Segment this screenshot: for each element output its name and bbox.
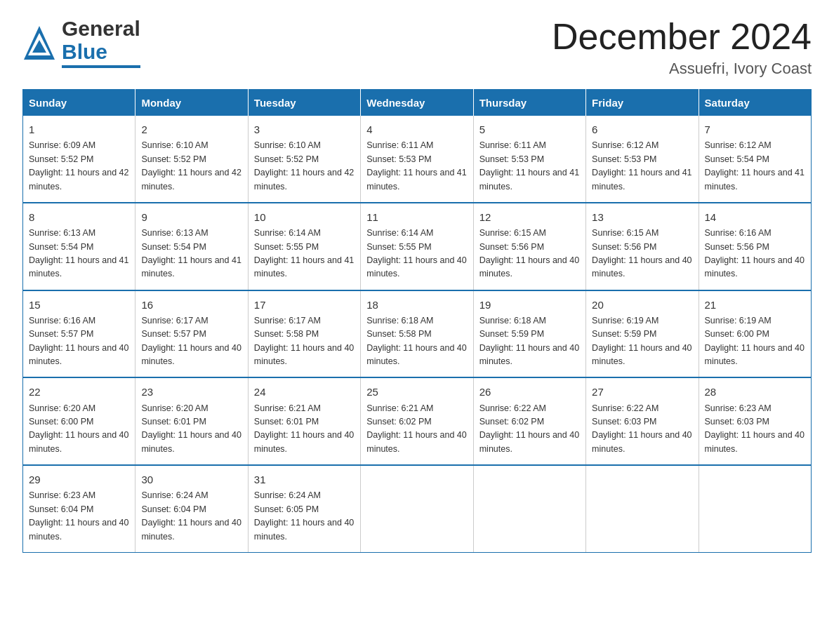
sunrise-text: Sunrise: 6:18 AM xyxy=(366,316,433,326)
table-row: 8Sunrise: 6:13 AMSunset: 5:54 PMDaylight… xyxy=(23,203,135,290)
calendar-week-row: 22Sunrise: 6:20 AMSunset: 6:00 PMDayligh… xyxy=(23,377,812,465)
day-number: 28 xyxy=(705,384,805,400)
day-number: 7 xyxy=(705,121,805,137)
sunset-text: Sunset: 6:02 PM xyxy=(479,417,544,427)
sunset-text: Sunset: 6:01 PM xyxy=(254,417,319,427)
sunrise-text: Sunrise: 6:18 AM xyxy=(479,316,546,326)
sunrise-text: Sunrise: 6:20 AM xyxy=(29,403,95,413)
sunset-text: Sunset: 6:03 PM xyxy=(705,417,769,427)
sunset-text: Sunset: 6:00 PM xyxy=(705,329,769,339)
sunrise-text: Sunrise: 6:24 AM xyxy=(141,490,208,500)
sunrise-text: Sunrise: 6:24 AM xyxy=(254,490,321,500)
daylight-text: Daylight: 11 hours and 42 minutes. xyxy=(141,168,241,191)
sunrise-text: Sunrise: 6:14 AM xyxy=(254,228,321,238)
table-row xyxy=(473,465,585,552)
daylight-text: Daylight: 11 hours and 41 minutes. xyxy=(254,255,354,279)
sunrise-text: Sunrise: 6:13 AM xyxy=(141,228,208,238)
table-row: 14Sunrise: 6:16 AMSunset: 5:56 PMDayligh… xyxy=(699,203,811,290)
day-number: 15 xyxy=(29,297,129,313)
table-row: 11Sunrise: 6:14 AMSunset: 5:55 PMDayligh… xyxy=(361,203,473,290)
daylight-text: Daylight: 11 hours and 41 minutes. xyxy=(29,255,128,279)
col-friday: Friday xyxy=(586,90,699,116)
table-row: 2Sunrise: 6:10 AMSunset: 5:52 PMDaylight… xyxy=(135,116,248,203)
table-row: 30Sunrise: 6:24 AMSunset: 6:04 PMDayligh… xyxy=(135,465,248,552)
day-number: 31 xyxy=(254,471,355,488)
calendar-subtitle: Assuefri, Ivory Coast xyxy=(552,60,812,78)
sunrise-text: Sunrise: 6:19 AM xyxy=(705,316,772,326)
sunrise-text: Sunrise: 6:12 AM xyxy=(705,140,772,150)
table-row: 23Sunrise: 6:20 AMSunset: 6:01 PMDayligh… xyxy=(135,377,248,465)
day-number: 25 xyxy=(366,384,467,400)
calendar-week-row: 1Sunrise: 6:09 AMSunset: 5:52 PMDaylight… xyxy=(23,116,812,203)
sunrise-text: Sunrise: 6:22 AM xyxy=(479,403,546,413)
day-number: 4 xyxy=(366,121,467,137)
day-number: 12 xyxy=(479,209,580,225)
sunset-text: Sunset: 5:57 PM xyxy=(29,329,93,339)
sunset-text: Sunset: 5:56 PM xyxy=(592,242,656,252)
daylight-text: Daylight: 11 hours and 41 minutes. xyxy=(141,255,241,279)
table-row: 13Sunrise: 6:15 AMSunset: 5:56 PMDayligh… xyxy=(586,203,699,290)
daylight-text: Daylight: 11 hours and 40 minutes. xyxy=(29,430,128,453)
title-block: December 2024 Assuefri, Ivory Coast xyxy=(552,17,812,78)
sunrise-text: Sunrise: 6:21 AM xyxy=(366,403,433,413)
sunset-text: Sunset: 5:52 PM xyxy=(29,154,93,164)
daylight-text: Daylight: 11 hours and 40 minutes. xyxy=(254,430,354,453)
daylight-text: Daylight: 11 hours and 40 minutes. xyxy=(366,255,466,279)
table-row: 21Sunrise: 6:19 AMSunset: 6:00 PMDayligh… xyxy=(699,290,811,378)
logo: General Blue xyxy=(22,17,140,68)
day-number: 14 xyxy=(705,209,805,225)
day-number: 9 xyxy=(141,209,241,225)
sunrise-text: Sunrise: 6:11 AM xyxy=(479,140,546,150)
day-number: 20 xyxy=(592,297,692,313)
daylight-text: Daylight: 11 hours and 41 minutes. xyxy=(592,168,691,191)
table-row: 19Sunrise: 6:18 AMSunset: 5:59 PMDayligh… xyxy=(473,290,585,378)
table-row: 5Sunrise: 6:11 AMSunset: 5:53 PMDaylight… xyxy=(473,116,585,203)
calendar-week-row: 15Sunrise: 6:16 AMSunset: 5:57 PMDayligh… xyxy=(23,290,812,378)
sunset-text: Sunset: 5:53 PM xyxy=(366,154,431,164)
day-number: 30 xyxy=(141,471,241,488)
sunset-text: Sunset: 6:04 PM xyxy=(29,504,93,514)
table-row: 31Sunrise: 6:24 AMSunset: 6:05 PMDayligh… xyxy=(248,465,360,552)
daylight-text: Daylight: 11 hours and 41 minutes. xyxy=(705,168,805,191)
table-row: 6Sunrise: 6:12 AMSunset: 5:53 PMDaylight… xyxy=(586,116,699,203)
calendar-week-row: 29Sunrise: 6:23 AMSunset: 6:04 PMDayligh… xyxy=(23,465,812,552)
table-row: 26Sunrise: 6:22 AMSunset: 6:02 PMDayligh… xyxy=(473,377,585,465)
table-row: 10Sunrise: 6:14 AMSunset: 5:55 PMDayligh… xyxy=(248,203,360,290)
daylight-text: Daylight: 11 hours and 40 minutes. xyxy=(705,430,805,453)
table-row: 17Sunrise: 6:17 AMSunset: 5:58 PMDayligh… xyxy=(248,290,360,378)
sunrise-text: Sunrise: 6:23 AM xyxy=(29,490,95,500)
sunset-text: Sunset: 5:59 PM xyxy=(592,329,656,339)
sunset-text: Sunset: 5:54 PM xyxy=(141,242,206,252)
table-row: 20Sunrise: 6:19 AMSunset: 5:59 PMDayligh… xyxy=(586,290,699,378)
sunset-text: Sunset: 5:55 PM xyxy=(254,242,319,252)
calendar-week-row: 8Sunrise: 6:13 AMSunset: 5:54 PMDaylight… xyxy=(23,203,812,290)
sunset-text: Sunset: 6:04 PM xyxy=(141,504,206,514)
day-number: 3 xyxy=(254,121,355,137)
table-row: 9Sunrise: 6:13 AMSunset: 5:54 PMDaylight… xyxy=(135,203,248,290)
sunrise-text: Sunrise: 6:16 AM xyxy=(705,228,772,238)
day-number: 1 xyxy=(29,121,129,137)
sunrise-text: Sunrise: 6:14 AM xyxy=(366,228,433,238)
table-row: 25Sunrise: 6:21 AMSunset: 6:02 PMDayligh… xyxy=(361,377,473,465)
day-number: 19 xyxy=(479,297,580,313)
table-row: 28Sunrise: 6:23 AMSunset: 6:03 PMDayligh… xyxy=(699,377,811,465)
table-row: 15Sunrise: 6:16 AMSunset: 5:57 PMDayligh… xyxy=(23,290,135,378)
day-number: 6 xyxy=(592,121,692,137)
sunset-text: Sunset: 5:54 PM xyxy=(705,154,769,164)
day-number: 17 xyxy=(254,297,355,313)
calendar-title: December 2024 xyxy=(552,17,812,57)
sunset-text: Sunset: 6:02 PM xyxy=(366,417,431,427)
table-row: 12Sunrise: 6:15 AMSunset: 5:56 PMDayligh… xyxy=(473,203,585,290)
day-number: 18 xyxy=(366,297,467,313)
daylight-text: Daylight: 11 hours and 40 minutes. xyxy=(366,430,466,453)
table-row xyxy=(586,465,699,552)
sunset-text: Sunset: 5:59 PM xyxy=(479,329,544,339)
day-number: 22 xyxy=(29,384,129,400)
table-row: 16Sunrise: 6:17 AMSunset: 5:57 PMDayligh… xyxy=(135,290,248,378)
sunrise-text: Sunrise: 6:22 AM xyxy=(592,403,658,413)
calendar-table: Sunday Monday Tuesday Wednesday Thursday… xyxy=(22,89,812,553)
table-row xyxy=(361,465,473,552)
daylight-text: Daylight: 11 hours and 42 minutes. xyxy=(29,168,128,191)
sunrise-text: Sunrise: 6:21 AM xyxy=(254,403,321,413)
day-number: 10 xyxy=(254,209,355,225)
